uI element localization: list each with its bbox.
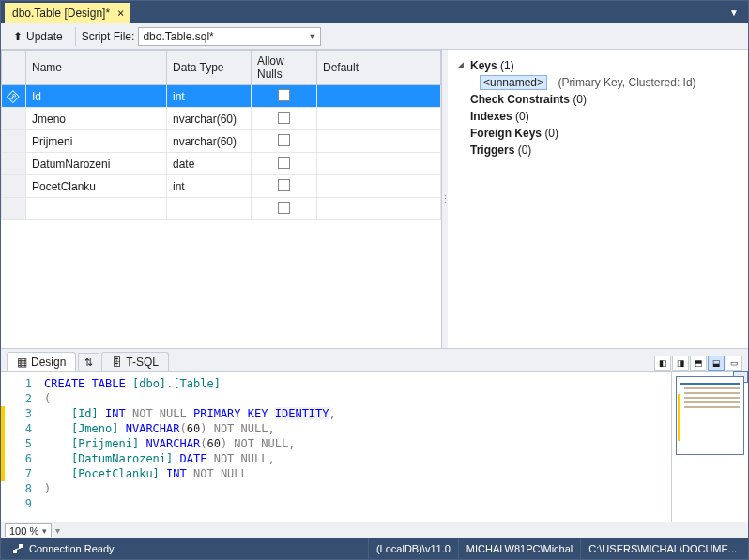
collapse-icon[interactable]: ◢: [457, 60, 464, 69]
checkbox-icon[interactable]: [278, 89, 290, 101]
layout-right-button[interactable]: ◨: [672, 356, 689, 371]
prop-check-count: (0): [573, 93, 587, 106]
table-properties-pane: ◢ Keys (1) <unnamed> (Primary Key, Clust…: [448, 50, 748, 348]
zoom-combo[interactable]: 100 % ▾: [5, 523, 52, 537]
layout-top-button[interactable]: ⬒: [690, 356, 707, 371]
document-tab-active[interactable]: dbo.Table [Design]* ×: [5, 3, 130, 23]
cell-type[interactable]: date: [167, 153, 252, 175]
table-row[interactable]: PocetClanku int: [2, 175, 441, 198]
script-file-value: dbo.Table.sql*: [143, 30, 213, 43]
checkbox-icon[interactable]: [278, 134, 290, 146]
status-bar: Connection Ready (LocalDB)\v11.0 MICHALW…: [1, 538, 748, 559]
checkbox-icon[interactable]: [278, 202, 290, 214]
cell-name[interactable]: Jmeno: [26, 108, 167, 130]
col-header-allownulls[interactable]: Allow Nulls: [252, 51, 317, 85]
prop-keys[interactable]: ◢ Keys (1): [457, 57, 739, 74]
script-icon: 🗄: [112, 356, 122, 368]
script-file-combo[interactable]: dbo.Table.sql* ▼: [138, 27, 321, 46]
cell-name[interactable]: PocetClanku: [26, 175, 167, 198]
cell-type[interactable]: nvarchar(60): [167, 108, 252, 130]
chevron-down-icon: ▼: [308, 32, 316, 41]
change-marker: [1, 406, 5, 481]
cell-name[interactable]: Id: [26, 85, 167, 108]
status-conn-text: Connection Ready: [29, 543, 115, 554]
arrow-up-icon: ⬆: [13, 30, 23, 43]
grid-icon: ▦: [17, 356, 27, 369]
table-row[interactable]: Prijmeni nvarchar(60): [2, 130, 441, 153]
prop-fkeys-label: Foreign Keys: [470, 127, 542, 140]
prop-check-label: Check Constraints: [470, 93, 570, 106]
design-split: Name Data Type Allow Nulls Default ⚿ Id …: [1, 50, 748, 349]
cell-name[interactable]: Prijmeni: [26, 130, 167, 153]
prop-keys-label: Keys: [470, 59, 497, 72]
key-detail: (Primary Key, Clustered: Id): [558, 76, 696, 89]
prop-triggers-label: Triggers: [470, 144, 514, 157]
tab-tsql[interactable]: 🗄 T-SQL: [101, 352, 169, 371]
toolbar-separator: [75, 27, 76, 46]
prop-check-constraints[interactable]: Check Constraints (0): [457, 91, 739, 108]
svg-line-2: [15, 548, 21, 550]
table-row-new[interactable]: [2, 198, 441, 220]
tab-design[interactable]: ▦ Design: [7, 352, 76, 371]
prop-triggers-count: (0): [518, 144, 532, 157]
prop-indexes[interactable]: Indexes (0): [457, 108, 739, 125]
line-number-gutter: 123456789: [1, 372, 38, 515]
designer-mode-tabs: ▦ Design ⇅ 🗄 T-SQL ◧ ◨ ⬒ ⬓ ▭: [1, 349, 748, 371]
cell-nulls[interactable]: [252, 130, 317, 153]
cell-type[interactable]: nvarchar(60): [167, 130, 252, 153]
cell-type[interactable]: int: [167, 85, 252, 108]
layout-buttons: ◧ ◨ ⬒ ⬓ ▭: [654, 356, 742, 371]
row-header-corner: [2, 51, 26, 85]
cell-name[interactable]: [26, 198, 167, 220]
checkbox-icon[interactable]: [278, 157, 290, 169]
code-editor[interactable]: CREATE TABLE [dbo].[Table] ( [Id] INT NO…: [38, 372, 671, 522]
document-tab-strip: dbo.Table [Design]* × ▼: [1, 1, 748, 23]
document-tab-title: dbo.Table [Design]*: [12, 7, 110, 20]
prop-foreign-keys[interactable]: Foreign Keys (0): [457, 125, 739, 142]
table-row[interactable]: Jmeno nvarchar(60): [2, 108, 441, 130]
cell-nulls[interactable]: [252, 153, 317, 175]
prop-indexes-count: (0): [515, 110, 529, 123]
close-icon[interactable]: ×: [115, 7, 126, 20]
minimap-viewport[interactable]: [676, 376, 744, 455]
cell-nulls[interactable]: [252, 108, 317, 130]
code-minimap[interactable]: ÷: [671, 372, 748, 522]
col-header-default[interactable]: Default: [317, 51, 441, 85]
chevron-down-icon: ▾: [42, 526, 47, 536]
cell-default[interactable]: [317, 153, 441, 175]
cell-type[interactable]: int: [167, 175, 252, 198]
layout-left-button[interactable]: ◧: [654, 356, 671, 371]
connection-icon: [12, 543, 23, 554]
cell-default[interactable]: [317, 198, 441, 220]
swap-panes-button[interactable]: ⇅: [78, 353, 99, 371]
cell-default[interactable]: [317, 175, 441, 198]
columns-grid[interactable]: Name Data Type Allow Nulls Default ⚿ Id …: [1, 50, 441, 220]
cell-nulls[interactable]: [252, 198, 317, 220]
dropdown-hint-icon: ▾: [55, 525, 60, 536]
key-name-badge[interactable]: <unnamed>: [480, 75, 547, 90]
cell-nulls[interactable]: [252, 85, 317, 108]
prop-indexes-label: Indexes: [470, 110, 512, 123]
cell-nulls[interactable]: [252, 175, 317, 198]
update-button[interactable]: ⬆ Update: [7, 27, 69, 46]
checkbox-icon[interactable]: [278, 112, 290, 124]
cell-type[interactable]: [167, 198, 252, 220]
tab-list-dropdown-icon[interactable]: ▼: [724, 6, 744, 20]
cell-default[interactable]: [317, 108, 441, 130]
table-row[interactable]: ⚿ Id int: [2, 85, 441, 108]
table-row[interactable]: DatumNarozeni date: [2, 153, 441, 175]
cell-default[interactable]: [317, 130, 441, 153]
prop-keys-item[interactable]: <unnamed> (Primary Key, Clustered: Id): [480, 74, 739, 91]
checkbox-icon[interactable]: [278, 179, 290, 191]
layout-bottom-button[interactable]: ▭: [726, 356, 742, 371]
cell-name[interactable]: DatumNarozeni: [26, 153, 167, 175]
prop-triggers[interactable]: Triggers (0): [457, 142, 739, 159]
main-area: Name Data Type Allow Nulls Default ⚿ Id …: [1, 50, 748, 538]
layout-split-button[interactable]: ⬓: [708, 356, 725, 371]
status-path: C:\USERS\MICHAL\DOCUME...: [580, 538, 744, 559]
cell-default[interactable]: [317, 85, 441, 108]
col-header-datatype[interactable]: Data Type: [167, 51, 252, 85]
script-file-label: Script File:: [82, 30, 135, 43]
status-connection: Connection Ready: [5, 538, 122, 559]
col-header-name[interactable]: Name: [26, 51, 167, 85]
